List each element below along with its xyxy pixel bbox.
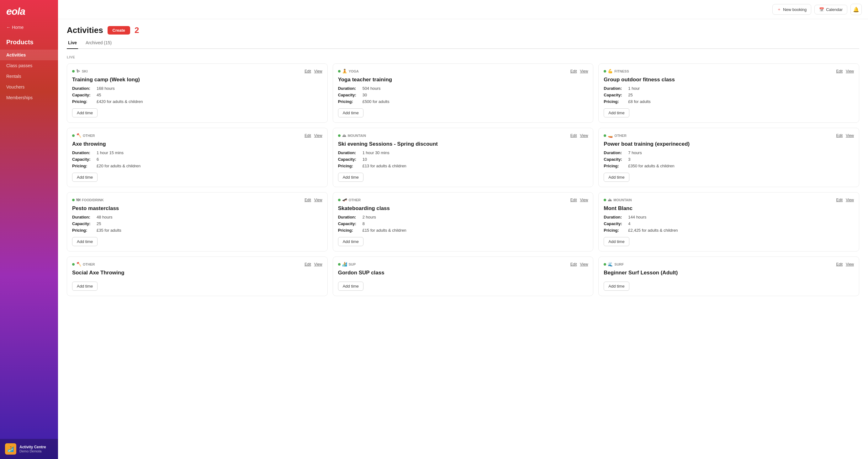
card-header: 🍽 FOOD/DRINK Edit View [72, 198, 322, 202]
duration-label: Duration: [72, 86, 95, 91]
card-header: 🛹 OTHER Edit View [338, 198, 588, 202]
notifications-button[interactable]: 🔔 [850, 4, 862, 15]
edit-link[interactable]: Edit [305, 262, 311, 266]
view-link[interactable]: View [314, 134, 322, 138]
capacity-label: Capacity: [338, 157, 361, 162]
edit-link[interactable]: Edit [836, 198, 843, 202]
top-header: ＋ New booking 📅 Calendar 🔔 [58, 0, 868, 19]
pricing-label: Pricing: [603, 99, 626, 104]
capacity-label: Capacity: [603, 157, 626, 162]
add-time-button[interactable]: Add time [338, 108, 364, 117]
card-title: Gordon SUP class [338, 270, 588, 276]
card-pricing: Pricing: £2,425 for adults & children [603, 228, 854, 233]
add-time-button[interactable]: Add time [603, 282, 629, 291]
edit-link[interactable]: Edit [836, 134, 843, 138]
status-dot [338, 134, 341, 137]
view-link[interactable]: View [846, 69, 854, 74]
card-pricing: Pricing: £500 for adults [338, 99, 588, 104]
duration-value: 144 hours [628, 215, 646, 220]
home-label: ← Home [6, 25, 24, 30]
plus-icon: ＋ [777, 7, 781, 12]
pricing-label: Pricing: [338, 228, 361, 233]
view-link[interactable]: View [580, 262, 588, 266]
view-link[interactable]: View [846, 134, 854, 138]
calendar-button[interactable]: 📅 Calendar [814, 5, 847, 15]
type-label: YOGA [349, 69, 359, 73]
type-label: SKI [82, 69, 88, 73]
card-type: 🚤 OTHER [603, 133, 626, 138]
add-time-button[interactable]: Add time [72, 108, 97, 117]
activity-card: ⛰ MOUNTAIN Edit View Ski evening Session… [333, 128, 594, 187]
edit-link[interactable]: Edit [570, 262, 577, 266]
page-content: Activities Create 2 Live Archived (15) L… [58, 19, 868, 459]
duration-value: 7 hours [628, 150, 642, 155]
sidebar-item-activities[interactable]: Activities [0, 50, 58, 60]
sidebar-avatar: 🏄 [5, 443, 16, 455]
card-type: 🪓 OTHER [72, 262, 95, 266]
tab-live[interactable]: Live [67, 37, 78, 49]
card-type: 🪓 OTHER [72, 133, 95, 138]
card-title: Pesto masterclass [72, 205, 322, 211]
view-link[interactable]: View [846, 198, 854, 202]
status-dot [603, 199, 606, 201]
view-link[interactable]: View [580, 134, 588, 138]
add-time-button[interactable]: Add time [72, 237, 97, 246]
type-label: SURF [614, 262, 624, 266]
edit-link[interactable]: Edit [836, 69, 843, 74]
sidebar-footer-info: Activity Centre Demo Demola [20, 445, 46, 453]
edit-link[interactable]: Edit [305, 69, 311, 74]
card-header: ⛷ SKI Edit View [72, 69, 322, 74]
view-link[interactable]: View [580, 69, 588, 74]
activity-card: ⛰ MOUNTAIN Edit View Mont Blanc Duration… [598, 192, 859, 252]
edit-link[interactable]: Edit [836, 262, 843, 266]
edit-link[interactable]: Edit [570, 134, 577, 138]
capacity-label: Capacity: [72, 157, 95, 162]
sidebar-home-link[interactable]: ← Home [0, 22, 58, 35]
card-type: 🧘 YOGA [338, 69, 359, 74]
duration-value: 504 hours [363, 86, 381, 91]
view-link[interactable]: View [314, 262, 322, 266]
sidebar-item-class-passes[interactable]: Class passes [0, 60, 58, 71]
tab-archived[interactable]: Archived (15) [84, 37, 113, 49]
edit-link[interactable]: Edit [305, 198, 311, 202]
new-booking-button[interactable]: ＋ New booking [772, 4, 811, 15]
card-title: Ski evening Sessions - Spring discount [338, 141, 588, 147]
type-icon: 🧘 [342, 69, 347, 74]
view-link[interactable]: View [580, 198, 588, 202]
edit-link[interactable]: Edit [305, 134, 311, 138]
activity-card: 🛹 OTHER Edit View Skateboarding class Du… [333, 192, 594, 252]
card-actions: Edit View [305, 262, 322, 266]
card-actions: Edit View [836, 262, 854, 266]
edit-link[interactable]: Edit [570, 198, 577, 202]
add-time-button[interactable]: Add time [603, 237, 629, 246]
add-time-button[interactable]: Add time [338, 282, 364, 291]
card-actions: Edit View [836, 69, 854, 74]
view-link[interactable]: View [314, 69, 322, 74]
capacity-value: 4 [628, 221, 630, 226]
card-type: ⛷ SKI [72, 69, 88, 74]
duration-value: 168 hours [97, 86, 115, 91]
sidebar-item-memberships[interactable]: Memberships [0, 92, 58, 103]
card-duration: Duration: 168 hours [72, 86, 322, 91]
add-time-button[interactable]: Add time [72, 173, 97, 182]
main-content: ＋ New booking 📅 Calendar 🔔 Activities Cr… [58, 0, 868, 459]
status-dot [603, 134, 606, 137]
duration-value: 1 hour [628, 86, 640, 91]
card-duration: Duration: 7 hours [603, 150, 854, 155]
capacity-value: 45 [97, 93, 101, 97]
create-button[interactable]: Create [107, 26, 130, 34]
add-time-button[interactable]: Add time [72, 282, 97, 291]
duration-label: Duration: [72, 215, 95, 220]
type-icon: 🪓 [76, 262, 81, 266]
view-link[interactable]: View [314, 198, 322, 202]
pricing-value: £8 for adults [628, 99, 651, 104]
add-time-button[interactable]: Add time [338, 237, 364, 246]
add-time-button[interactable]: Add time [603, 173, 629, 182]
activity-card: ⛷ SKI Edit View Training camp (Week long… [67, 63, 328, 123]
add-time-button[interactable]: Add time [603, 108, 629, 117]
add-time-button[interactable]: Add time [338, 173, 364, 182]
sidebar-item-vouchers[interactable]: Vouchers [0, 82, 58, 92]
edit-link[interactable]: Edit [570, 69, 577, 74]
view-link[interactable]: View [846, 262, 854, 266]
sidebar-item-rentals[interactable]: Rentals [0, 71, 58, 82]
